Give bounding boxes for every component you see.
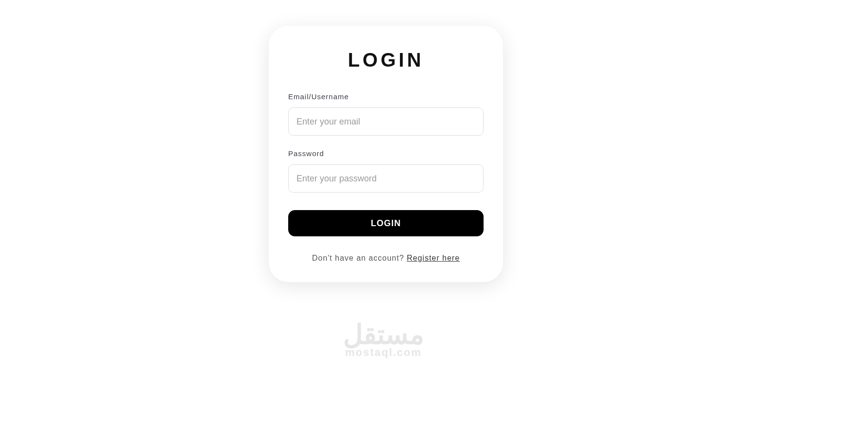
login-title: LOGIN [288, 49, 484, 71]
login-card: LOGIN Email/Username Password LOGIN Don'… [269, 26, 503, 282]
no-account-text: Don't have an account? [312, 254, 407, 262]
email-label: Email/Username [288, 92, 484, 101]
password-input[interactable] [288, 164, 484, 193]
register-link[interactable]: Register here [407, 254, 460, 262]
register-row: Don't have an account? Register here [288, 254, 484, 263]
watermark-arabic-text: مستقل [330, 321, 437, 348]
watermark-latin-text: mostaql.com [330, 346, 437, 359]
login-button[interactable]: LOGIN [288, 210, 484, 236]
password-label: Password [288, 149, 484, 158]
email-input[interactable] [288, 107, 484, 136]
watermark-logo: مستقل mostaql.com [330, 321, 437, 359]
